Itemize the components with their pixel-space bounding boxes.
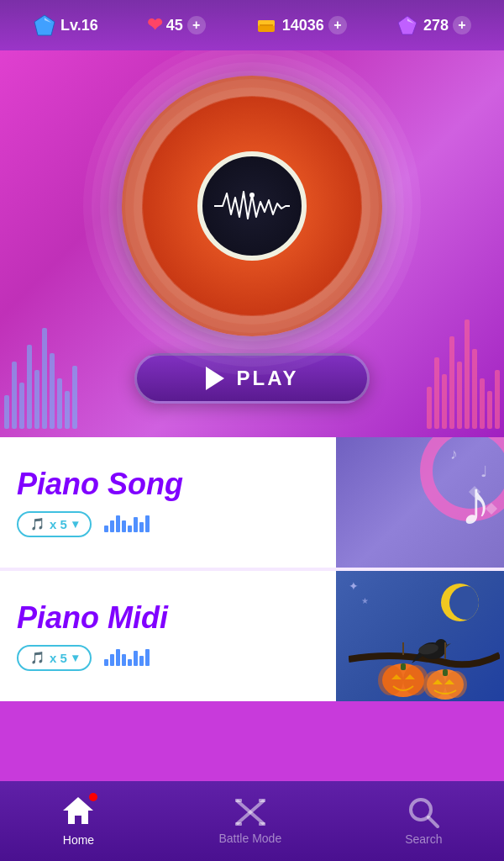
svg-rect-31 — [259, 799, 265, 802]
svg-rect-4 — [260, 24, 273, 26]
chart-bar — [104, 526, 108, 532]
svg-rect-33 — [259, 822, 265, 826]
hearts-value: 45 — [166, 17, 183, 34]
chart-bar — [116, 515, 120, 532]
hearts-display: ❤ 45 + — [147, 14, 206, 36]
eq-bar-right — [487, 391, 492, 429]
piano-song-note-pill[interactable]: 🎵 x 5 ▾ — [17, 511, 92, 537]
chart-bar — [139, 656, 144, 666]
piano-song-note-count: x 5 — [50, 517, 67, 531]
bottom-nav: Home Battle Mode Search — [0, 781, 504, 861]
eq-bar-right — [495, 370, 500, 429]
piano-midi-note-count: x 5 — [50, 651, 67, 665]
chart-bar — [104, 659, 108, 666]
chart-icon — [104, 649, 150, 666]
chart-bar — [145, 515, 150, 532]
eq-bar-right — [465, 320, 470, 429]
note-icon: 🎵 — [30, 651, 45, 664]
eq-bar-right — [472, 349, 477, 429]
gems-display: 278 + — [396, 13, 471, 37]
piano-midi-note-pill[interactable]: 🎵 x 5 ▾ — [17, 645, 92, 671]
piano-midi-title: Piano Midi — [17, 601, 487, 635]
coins-add-button[interactable]: + — [328, 16, 347, 34]
chart-bar — [128, 526, 132, 532]
coin-icon — [255, 13, 278, 37]
notification-dot — [89, 793, 97, 801]
big-music-note-icon: ♪ — [460, 467, 492, 539]
gem-icon — [396, 13, 419, 37]
svg-rect-32 — [235, 822, 242, 826]
piano-midi-controls: 🎵 x 5 ▾ — [17, 645, 487, 671]
play-button[interactable]: PLAY — [134, 353, 370, 404]
svg-point-7 — [249, 193, 255, 198]
eq-bar-right — [442, 374, 447, 429]
chart-bar — [134, 651, 138, 666]
eq-bar — [42, 328, 47, 429]
svg-line-35 — [428, 817, 438, 827]
chevron-down-icon: ▾ — [72, 517, 78, 531]
home-icon-wrap — [61, 795, 95, 829]
eq-bar-right — [457, 362, 462, 429]
coins-display: 14036 + — [255, 13, 347, 37]
eq-bar — [57, 378, 62, 429]
battle-nav-label: Battle Mode — [218, 832, 281, 845]
battle-mode-icon — [234, 797, 267, 827]
top-bar: Lv.16 ❤ 45 + 14036 + 278 + — [0, 0, 504, 50]
chart-bar — [122, 520, 126, 532]
eq-bar-right — [427, 387, 432, 429]
eq-bar-right — [449, 336, 454, 429]
coins-value: 14036 — [282, 17, 324, 34]
eq-bar-right — [480, 378, 485, 429]
home-nav-label: Home — [63, 833, 94, 847]
waveform-icon — [214, 185, 290, 227]
level-display: Lv.16 — [33, 13, 98, 37]
piano-song-info: Piano Song 🎵 x 5 ▾ — [0, 455, 504, 550]
piano-song-title: Piano Song — [17, 467, 487, 501]
vinyl-outer — [122, 76, 382, 336]
gems-value: 278 — [423, 17, 449, 34]
play-label: PLAY — [237, 367, 299, 390]
eq-bar — [12, 362, 17, 429]
play-triangle-icon — [206, 367, 224, 390]
hearts-add-button[interactable]: + — [187, 16, 206, 34]
eq-bar — [4, 395, 9, 429]
level-text: Lv.16 — [60, 17, 98, 34]
chart-bar — [139, 522, 144, 532]
chart-bar — [122, 654, 126, 666]
search-icon — [407, 796, 439, 828]
cards-section: Piano Song 🎵 x 5 ▾ — [0, 437, 504, 701]
gems-add-button[interactable]: + — [453, 16, 471, 34]
vinyl-center — [197, 151, 307, 261]
chart-bar — [110, 654, 114, 666]
svg-marker-27 — [63, 797, 93, 824]
eq-bar — [72, 366, 77, 429]
eq-bar — [27, 345, 32, 429]
chart-bar — [110, 520, 114, 532]
nav-item-battle[interactable]: Battle Mode — [202, 790, 298, 852]
piano-song-card[interactable]: Piano Song 🎵 x 5 ▾ — [0, 437, 504, 568]
svg-rect-30 — [235, 799, 242, 802]
chart-bar — [145, 649, 150, 666]
chevron-down-icon: ▾ — [72, 651, 78, 664]
chart-bar — [128, 659, 132, 666]
chart-bar — [116, 649, 120, 666]
heart-icon: ❤ — [147, 14, 162, 36]
eq-left — [4, 50, 77, 437]
piano-song-controls: 🎵 x 5 ▾ — [17, 511, 487, 537]
nav-item-search[interactable]: Search — [388, 790, 459, 853]
piano-midi-card[interactable]: Piano Midi 🎵 x 5 ▾ — [0, 571, 504, 701]
eq-bar-right — [434, 357, 439, 429]
eq-bar — [65, 391, 70, 429]
vinyl-record — [122, 76, 382, 336]
level-gem-icon — [33, 13, 56, 37]
eq-bar — [34, 370, 39, 429]
eq-bar — [19, 383, 24, 429]
chart-icon — [104, 515, 150, 532]
nav-item-home[interactable]: Home — [45, 789, 112, 853]
search-nav-label: Search — [405, 832, 442, 846]
eq-right — [427, 50, 500, 437]
chart-bar — [134, 517, 138, 532]
piano-midi-info: Piano Midi 🎵 x 5 ▾ — [0, 589, 504, 684]
hero-section: PLAY — [0, 50, 504, 437]
note-icon: 🎵 — [30, 517, 45, 531]
